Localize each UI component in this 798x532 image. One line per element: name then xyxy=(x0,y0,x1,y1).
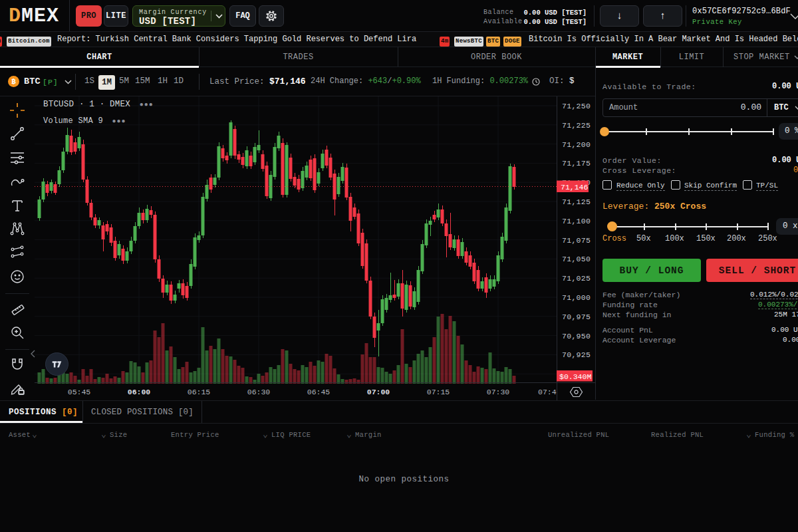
svg-text:71,225: 71,225 xyxy=(562,121,591,130)
svg-text:70,975: 70,975 xyxy=(562,313,591,321)
svg-text:71,025: 71,025 xyxy=(562,274,591,283)
svg-text:71,000: 71,000 xyxy=(562,293,591,302)
svg-text:71,175: 71,175 xyxy=(562,159,591,168)
svg-text:71,250: 71,250 xyxy=(562,102,591,110)
svg-text:06:15: 06:15 xyxy=(188,388,211,396)
svg-text:06:00: 06:00 xyxy=(128,388,151,396)
svg-text:70,950: 70,950 xyxy=(562,332,591,340)
svg-text:₿: ₿ xyxy=(11,78,16,86)
svg-text:06:30: 06:30 xyxy=(247,388,271,396)
svg-text:71,146: 71,146 xyxy=(561,183,589,192)
svg-text:07:00: 07:00 xyxy=(367,388,390,396)
svg-text:05:45: 05:45 xyxy=(68,388,91,396)
svg-text:$0.340M: $0.340M xyxy=(559,372,591,381)
svg-text:70,925: 70,925 xyxy=(562,350,591,359)
svg-text:07:15: 07:15 xyxy=(427,388,450,396)
svg-text:71,200: 71,200 xyxy=(562,140,591,149)
svg-text:71,050: 71,050 xyxy=(562,255,591,263)
svg-text:06:45: 06:45 xyxy=(307,388,331,396)
svg-text:07:30: 07:30 xyxy=(487,388,510,396)
svg-text:71,125: 71,125 xyxy=(562,198,591,206)
svg-text:71,100: 71,100 xyxy=(562,217,591,225)
svg-text:07:4: 07:4 xyxy=(538,388,557,396)
svg-text:71,075: 71,075 xyxy=(562,236,591,245)
